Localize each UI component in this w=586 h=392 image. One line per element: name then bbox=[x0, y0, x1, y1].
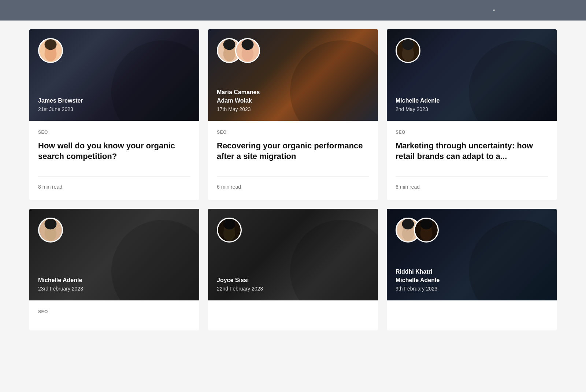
avatar-michelle-adenle-2 bbox=[38, 218, 63, 243]
author-avatars bbox=[396, 218, 439, 243]
card-date: 9th February 2023 bbox=[396, 286, 440, 292]
nav-links: ▾ bbox=[491, 8, 574, 13]
card-5[interactable]: Joyce Sissi22nd February 2023 bbox=[208, 209, 378, 330]
card-date: 21st June 2023 bbox=[38, 106, 83, 112]
card-author-info: Joyce Sissi22nd February 2023 bbox=[217, 276, 263, 292]
card-4[interactable]: Michelle Adenle23rd February 2023SEO bbox=[29, 209, 199, 330]
nav-what-we-do[interactable]: ▾ bbox=[491, 8, 495, 13]
svg-point-34 bbox=[405, 224, 411, 230]
card-category: SEO bbox=[217, 130, 369, 135]
card-category: SEO bbox=[396, 130, 548, 135]
card-author-info: Michelle Adenle23rd February 2023 bbox=[38, 276, 83, 292]
author-avatars bbox=[38, 218, 63, 243]
card-6[interactable]: Riddhi KhatriMichelle Adenle9th February… bbox=[387, 209, 557, 330]
svg-point-39 bbox=[423, 224, 430, 230]
svg-point-19 bbox=[405, 45, 411, 50]
author-name: Joyce Sissi bbox=[217, 276, 263, 284]
card-date: 22nd February 2023 bbox=[217, 286, 263, 292]
card-date: 23rd February 2023 bbox=[38, 286, 83, 292]
avatar-michelle-adenle-3 bbox=[414, 218, 439, 243]
card-3[interactable]: Michelle Adenle2nd May 2023SEOMarketing … bbox=[387, 29, 557, 200]
card-date: 2nd May 2023 bbox=[396, 106, 440, 112]
navigation: ▾ bbox=[0, 0, 586, 21]
card-title[interactable]: Recovering your organic performance afte… bbox=[217, 141, 369, 169]
svg-point-24 bbox=[47, 224, 54, 230]
svg-point-4 bbox=[47, 45, 54, 50]
card-grid: James Brewster21st June 2023SEOHow well … bbox=[29, 29, 557, 330]
author-name-1: Riddhi Khatri bbox=[396, 268, 440, 276]
svg-point-9 bbox=[226, 45, 233, 50]
author-avatars bbox=[217, 38, 260, 63]
author-avatars bbox=[38, 38, 63, 63]
author-name: Michelle Adenle bbox=[38, 276, 83, 284]
author-avatars bbox=[217, 218, 242, 243]
card-read-time: 8 min read bbox=[38, 176, 190, 190]
author-name-2: Adam Wolak bbox=[217, 97, 260, 105]
card-category: SEO bbox=[38, 309, 190, 314]
card-author-info: Riddhi KhatriMichelle Adenle9th February… bbox=[396, 268, 440, 292]
svg-point-14 bbox=[244, 45, 251, 50]
card-author-info: Maria CamanesAdam Wolak17th May 2023 bbox=[217, 88, 260, 112]
avatar-joyce-sissi bbox=[217, 218, 242, 243]
author-name: Michelle Adenle bbox=[396, 97, 440, 105]
card-date: 17th May 2023 bbox=[217, 106, 260, 112]
card-2[interactable]: Maria CamanesAdam Wolak17th May 2023SEOR… bbox=[208, 29, 378, 200]
avatar-michelle-adenle bbox=[396, 38, 420, 63]
author-name-2: Michelle Adenle bbox=[396, 276, 440, 284]
chevron-down-icon: ▾ bbox=[493, 8, 495, 13]
card-author-info: James Brewster21st June 2023 bbox=[38, 97, 83, 112]
card-read-time: 6 min read bbox=[396, 176, 548, 190]
author-name: James Brewster bbox=[38, 97, 83, 105]
author-name-1: Maria Camanes bbox=[217, 88, 260, 96]
avatar-adam-wolak bbox=[235, 38, 260, 63]
avatar-james-brewster bbox=[38, 38, 63, 63]
card-title[interactable]: How well do you know your organic search… bbox=[38, 141, 190, 169]
card-title[interactable]: Marketing through uncertainty: how retai… bbox=[396, 141, 548, 169]
author-avatars bbox=[396, 38, 420, 63]
card-author-info: Michelle Adenle2nd May 2023 bbox=[396, 97, 440, 112]
main-content: James Brewster21st June 2023SEOHow well … bbox=[0, 21, 586, 345]
card-category: SEO bbox=[38, 130, 190, 135]
card-1[interactable]: James Brewster21st June 2023SEOHow well … bbox=[29, 29, 199, 200]
card-read-time: 6 min read bbox=[217, 176, 369, 190]
svg-point-29 bbox=[226, 224, 233, 230]
